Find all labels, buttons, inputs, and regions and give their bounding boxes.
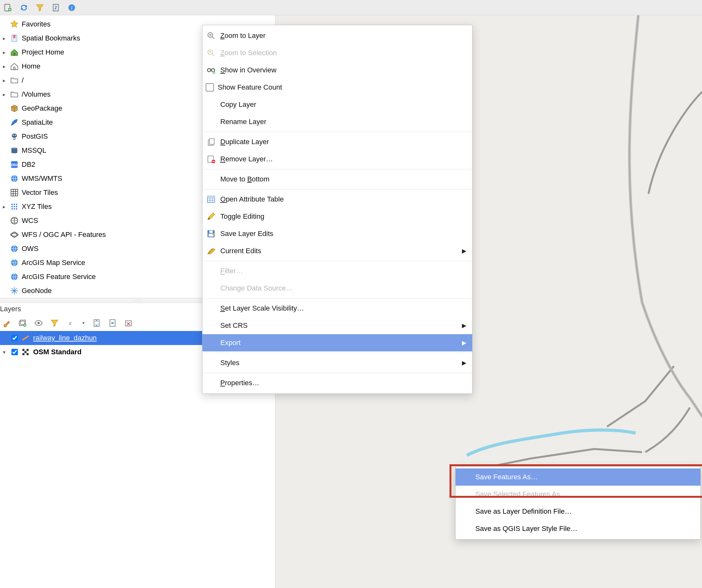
filter-icon[interactable] [50, 318, 59, 328]
expander-icon[interactable]: ▸ [1, 64, 7, 70]
grid-dots-icon [10, 202, 19, 211]
browser-item-label: / [22, 76, 24, 85]
layer-visibility-checkbox[interactable] [11, 335, 18, 341]
add-group-icon[interactable] [18, 318, 27, 328]
expander-icon[interactable]: ▸ [1, 78, 7, 84]
context-menu-label: Filter… [220, 267, 243, 275]
expander-icon[interactable]: ▾ [0, 349, 8, 355]
star-icon [10, 19, 19, 29]
add-layer-icon[interactable] [3, 3, 13, 12]
globe-icon [10, 272, 19, 281]
browser-toolbar [0, 0, 702, 15]
context-menu-item-show-in-overview[interactable]: Show in Overview [203, 62, 472, 79]
postgis-icon [10, 132, 19, 141]
context-menu-label: Show in Overview [220, 66, 276, 74]
style-brush-icon[interactable] [2, 318, 11, 328]
context-menu-label: Rename Layer [220, 118, 266, 126]
context-menu-label: Properties… [220, 379, 259, 387]
grid-icon [10, 188, 19, 197]
snowflake-icon [10, 286, 19, 296]
context-menu-item-set-layer-scale-visibility[interactable]: Set Layer Scale Visibility… [203, 300, 472, 317]
browser-item-label: GeoNode [22, 287, 51, 295]
context-menu-item-current-edits[interactable]: Current Edits▶ [203, 242, 472, 259]
context-menu-label: Set Layer Scale Visibility… [220, 304, 304, 313]
collapse-all-icon[interactable] [108, 318, 117, 328]
browser-item-label: ArcGIS Map Service [22, 259, 85, 267]
remove-icon[interactable] [124, 318, 133, 328]
checkbox-icon[interactable] [206, 83, 214, 92]
submenu-item-save-as-layer-definition[interactable]: Save as Layer Definition File… [456, 503, 700, 520]
bookmark-icon [10, 33, 19, 43]
context-menu-item-show-feature-count[interactable]: Show Feature Count [203, 79, 472, 96]
expression-icon[interactable] [66, 318, 75, 328]
context-menu-separator [203, 373, 472, 373]
context-menu-item-move-to-bottom[interactable]: Move to Bottom [203, 170, 472, 188]
context-menu-item-toggle-editing[interactable]: Toggle Editing [203, 208, 472, 225]
context-menu-label: Zoom to Selection [220, 49, 277, 57]
browser-item-label: Project Home [22, 48, 64, 56]
browser-item-label: WCS [22, 217, 38, 225]
db2-icon [10, 160, 19, 169]
eye-icon[interactable] [34, 318, 43, 328]
filter-icon[interactable] [35, 3, 45, 12]
submenu-label: Save Features As… [475, 473, 538, 481]
submenu-item-save-features-as[interactable]: Save Features As… [456, 468, 700, 486]
browser-item-label: OWS [22, 245, 38, 253]
context-menu-label: Toggle Editing [220, 212, 264, 221]
home-outline-icon [10, 62, 19, 71]
browser-item-label: WMS/WMTS [22, 174, 62, 183]
expander-icon[interactable]: ▸ [1, 92, 7, 98]
context-menu-item-set-crs[interactable]: Set CRS▶ [203, 317, 472, 334]
browser-item-label: Home [22, 62, 40, 71]
context-menu-item-open-attribute-table[interactable]: Open Attribute Table [203, 191, 472, 208]
submenu-label: Save as QGIS Layer Style File… [475, 524, 577, 533]
context-menu-item-save-layer-edits[interactable]: Save Layer Edits [203, 225, 472, 242]
collapse-icon[interactable] [51, 3, 61, 12]
globe-grid-icon [10, 216, 19, 225]
context-menu-label: Copy Layer [220, 100, 256, 109]
browser-item-label: PostGIS [22, 132, 48, 141]
layer-context-menu: Zoom to LayerZoom to SelectionShow in Ov… [202, 25, 472, 394]
browser-item-label: /Volumes [22, 90, 51, 99]
context-menu-item-remove-layer[interactable]: Remove Layer… [203, 150, 472, 168]
context-menu-item-rename-layer[interactable]: Rename Layer [203, 113, 472, 130]
pencils-icon [206, 246, 217, 256]
context-menu-label: Open Attribute Table [220, 195, 284, 204]
context-menu-item-properties[interactable]: Properties… [203, 374, 472, 391]
layer-visibility-checkbox[interactable] [11, 349, 18, 355]
context-menu-item-zoom-to-layer[interactable]: Zoom to Layer [203, 27, 472, 44]
submenu-arrow-icon: ▶ [462, 359, 466, 366]
expander-icon[interactable]: ▸ [1, 49, 7, 55]
submenu-item-save-as-qgis-style[interactable]: Save as QGIS Layer Style File… [456, 520, 700, 537]
context-menu-item-copy-layer[interactable]: Copy Layer [203, 96, 472, 113]
context-menu-item-duplicate-layer[interactable]: Duplicate Layer [203, 133, 472, 150]
dropdown-caret[interactable]: ▼ [82, 321, 86, 325]
browser-item-label: WFS / OGC API - Features [22, 231, 106, 239]
expander-icon[interactable]: ▸ [1, 35, 7, 41]
context-menu-separator [203, 298, 472, 299]
context-menu-item-styles[interactable]: Styles▶ [203, 354, 472, 371]
duplicate-icon [206, 136, 217, 147]
context-menu-label: Show Feature Count [218, 83, 282, 92]
submenu-item-save-selected-features-as: Save Selected Features As… [456, 486, 700, 503]
context-menu-item-export[interactable]: Export▶ [203, 334, 472, 351]
save-edits-icon [206, 228, 217, 239]
home-green-icon [10, 47, 19, 57]
context-menu-item-change-data-source: Change Data Source… [203, 280, 472, 297]
info-icon[interactable] [67, 3, 77, 12]
browser-item-label: DB2 [22, 160, 35, 169]
layer-symbol-icon [21, 348, 30, 356]
layer-label: railway_line_dazhun [33, 334, 97, 342]
refresh-icon[interactable] [19, 3, 29, 12]
submenu-label: Save as Layer Definition File… [475, 507, 572, 515]
submenu-label: Save Selected Features As… [475, 490, 567, 498]
layer-label: OSM Standard [33, 348, 82, 356]
expander-icon[interactable]: ▸ [1, 204, 7, 210]
table-icon [206, 194, 217, 205]
expand-all-icon[interactable] [92, 318, 101, 328]
browser-item-label: Vector Tiles [22, 189, 58, 197]
context-menu-separator [203, 132, 472, 132]
context-menu-separator [203, 353, 472, 353]
context-menu-label: Current Edits [220, 247, 261, 255]
context-menu-label: Remove Layer… [220, 155, 273, 163]
